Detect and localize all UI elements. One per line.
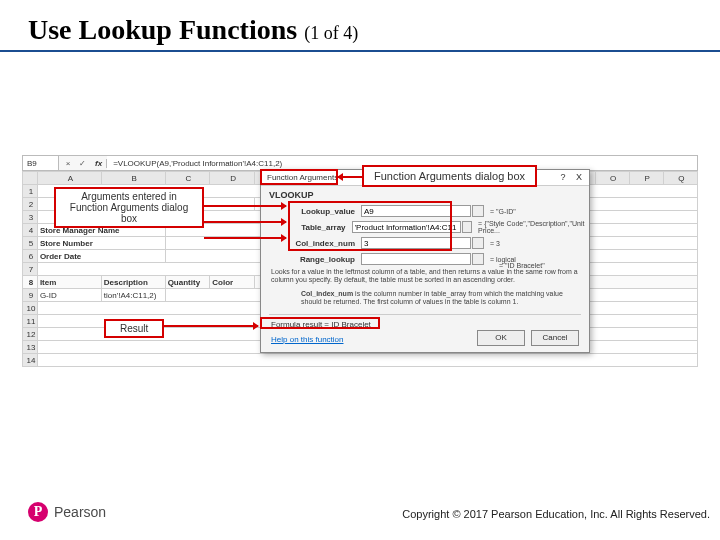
fx-button[interactable]: fx (91, 159, 107, 168)
name-box[interactable]: B9 (23, 156, 59, 170)
col-C[interactable]: C (165, 172, 210, 185)
row-10[interactable]: 10 (23, 302, 38, 315)
arrow-args-1 (204, 205, 286, 207)
help-link[interactable]: Help on this function (271, 335, 344, 344)
arg-label: Range_lookup (291, 255, 361, 264)
cell[interactable] (37, 354, 697, 367)
row-14[interactable]: 14 (23, 354, 38, 367)
row-13[interactable]: 13 (23, 341, 38, 354)
function-name: VLOOKUP (269, 190, 314, 200)
arg-description: Col_index_num is the column number in ta… (301, 290, 579, 307)
arg-label: Col_index_num (291, 239, 361, 248)
col-B[interactable]: B (101, 172, 165, 185)
range-picker-icon[interactable] (472, 253, 484, 265)
row-2[interactable]: 2 (23, 198, 38, 211)
cell-A9[interactable]: G-ID (37, 289, 101, 302)
title-main: Use Lookup Functions (28, 14, 297, 45)
arg-label: Lookup_value (291, 207, 361, 216)
formula-bar-icons: × ✓ (59, 159, 91, 168)
row-4[interactable]: 4 (23, 224, 38, 237)
arrow-args-2 (204, 221, 286, 223)
hdr-desc[interactable]: Description (101, 276, 165, 289)
dialog-title: Function Arguments (267, 173, 338, 182)
arg-col-index: Col_index_num = 3 (291, 236, 500, 250)
callout-result: Result (104, 319, 164, 338)
slide-title: Use Lookup Functions (1 of 4) (28, 14, 358, 46)
row-6[interactable]: 6 (23, 250, 38, 263)
copyright-text: Copyright © 2017 Pearson Education, Inc.… (402, 508, 710, 520)
hdr-qty[interactable]: Quantity (165, 276, 210, 289)
callout-args-entered: Arguments entered in Function Arguments … (54, 187, 204, 228)
row-8[interactable]: 8 (23, 276, 38, 289)
col-P[interactable]: P (629, 172, 663, 185)
cell-B9-active[interactable]: tion'!A4:C11,2) (101, 289, 165, 302)
col-A[interactable]: A (37, 172, 101, 185)
formula-result: Formula result = ID Bracelet (271, 320, 371, 329)
enter-icon[interactable]: ✓ (77, 159, 87, 168)
arg-input-table[interactable] (352, 221, 461, 233)
arg-label: Table_array (291, 223, 352, 232)
cancel-icon[interactable]: × (63, 159, 73, 168)
range-picker-icon[interactable] (472, 237, 484, 249)
logo-icon: P (28, 502, 48, 522)
arg-desc-label: Col_index_num (301, 290, 353, 297)
cancel-button[interactable]: Cancel (531, 330, 579, 346)
title-sub: (1 of 4) (304, 23, 358, 43)
callout-dialog-box: Function Arguments dialog box (362, 165, 537, 187)
logo-text: Pearson (54, 504, 106, 520)
arg-table-array: Table_array = {"Style Code","Description… (291, 220, 589, 234)
corner-cell[interactable] (23, 172, 38, 185)
result-label: Formula result = (271, 320, 329, 329)
function-description: Looks for a value in the leftmost column… (271, 268, 579, 285)
row-1[interactable]: 1 (23, 185, 38, 198)
function-arguments-dialog[interactable]: Function Arguments ? X VLOOKUP Lookup_va… (260, 169, 590, 353)
range-picker-icon[interactable] (472, 205, 484, 217)
hdr-item[interactable]: Item (37, 276, 101, 289)
dialog-divider (269, 314, 581, 315)
arg-input-col[interactable] (361, 237, 471, 249)
row-11[interactable]: 11 (23, 315, 38, 328)
arrow-args-3 (204, 237, 286, 239)
row-9[interactable]: 9 (23, 289, 38, 302)
arrow-result (154, 325, 258, 327)
col-O[interactable]: O (595, 172, 629, 185)
arg-input-range[interactable] (361, 253, 471, 265)
arg-result: = 3 (490, 240, 500, 247)
result-value: ID Bracelet (331, 320, 371, 329)
help-icon[interactable]: ? (557, 172, 569, 184)
row-5[interactable]: 5 (23, 237, 38, 250)
arg-lookup-value: Lookup_value = "G-ID" (291, 204, 516, 218)
hdr-color[interactable]: Color (210, 276, 255, 289)
col-D[interactable]: D (210, 172, 255, 185)
row-12[interactable]: 12 (23, 328, 38, 341)
arg-result: = "G-ID" (490, 208, 516, 215)
excel-screenshot: B9 × ✓ fx =VLOOKUP(A9,'Product Informati… (22, 155, 698, 365)
ok-button[interactable]: OK (477, 330, 525, 346)
label-store[interactable]: Store Number (37, 237, 165, 250)
col-Q[interactable]: Q (663, 172, 697, 185)
arg-result: = {"Style Code","Description","Unit Pric… (478, 220, 589, 234)
arrow-dialog (338, 176, 362, 178)
close-icon[interactable]: X (573, 172, 585, 184)
row-7[interactable]: 7 (23, 263, 38, 276)
range-picker-icon[interactable] (462, 221, 473, 233)
title-underline (0, 50, 720, 52)
arg-input-lookup[interactable] (361, 205, 471, 217)
arg-range-lookup: Range_lookup = logical (291, 252, 516, 266)
pearson-logo: P Pearson (28, 502, 106, 522)
label-date[interactable]: Order Date (37, 250, 165, 263)
row-3[interactable]: 3 (23, 211, 38, 224)
